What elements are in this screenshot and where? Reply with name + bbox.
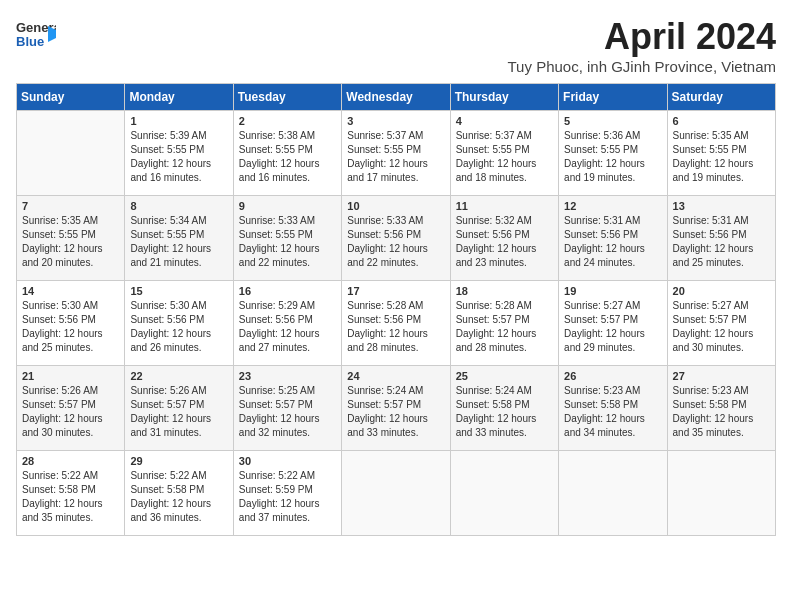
title-area: April 2024 Tuy Phuoc, inh GJinh Province… — [508, 16, 776, 75]
calendar-cell: 6Sunrise: 5:35 AMSunset: 5:55 PMDaylight… — [667, 111, 775, 196]
day-number: 11 — [456, 200, 553, 212]
cell-info: Sunrise: 5:29 AMSunset: 5:56 PMDaylight:… — [239, 299, 336, 355]
day-number: 10 — [347, 200, 444, 212]
month-title: April 2024 — [508, 16, 776, 58]
calendar-cell: 27Sunrise: 5:23 AMSunset: 5:58 PMDayligh… — [667, 366, 775, 451]
cell-info: Sunrise: 5:38 AMSunset: 5:55 PMDaylight:… — [239, 129, 336, 185]
day-header-sunday: Sunday — [17, 84, 125, 111]
cell-info: Sunrise: 5:22 AMSunset: 5:58 PMDaylight:… — [22, 469, 119, 525]
calendar-cell: 2Sunrise: 5:38 AMSunset: 5:55 PMDaylight… — [233, 111, 341, 196]
day-number: 24 — [347, 370, 444, 382]
calendar-cell: 26Sunrise: 5:23 AMSunset: 5:58 PMDayligh… — [559, 366, 667, 451]
day-header-tuesday: Tuesday — [233, 84, 341, 111]
day-number: 15 — [130, 285, 227, 297]
calendar-cell: 21Sunrise: 5:26 AMSunset: 5:57 PMDayligh… — [17, 366, 125, 451]
day-number: 28 — [22, 455, 119, 467]
calendar-cell — [450, 451, 558, 536]
calendar-cell: 13Sunrise: 5:31 AMSunset: 5:56 PMDayligh… — [667, 196, 775, 281]
calendar-cell — [17, 111, 125, 196]
cell-info: Sunrise: 5:26 AMSunset: 5:57 PMDaylight:… — [130, 384, 227, 440]
day-number: 4 — [456, 115, 553, 127]
svg-text:Blue: Blue — [16, 34, 44, 49]
calendar-cell: 3Sunrise: 5:37 AMSunset: 5:55 PMDaylight… — [342, 111, 450, 196]
day-number: 17 — [347, 285, 444, 297]
day-number: 13 — [673, 200, 770, 212]
calendar-cell: 30Sunrise: 5:22 AMSunset: 5:59 PMDayligh… — [233, 451, 341, 536]
calendar-cell: 18Sunrise: 5:28 AMSunset: 5:57 PMDayligh… — [450, 281, 558, 366]
cell-info: Sunrise: 5:26 AMSunset: 5:57 PMDaylight:… — [22, 384, 119, 440]
day-header-thursday: Thursday — [450, 84, 558, 111]
calendar-cell: 16Sunrise: 5:29 AMSunset: 5:56 PMDayligh… — [233, 281, 341, 366]
day-number: 8 — [130, 200, 227, 212]
cell-info: Sunrise: 5:33 AMSunset: 5:56 PMDaylight:… — [347, 214, 444, 270]
day-number: 27 — [673, 370, 770, 382]
page-header: General Blue April 2024 Tuy Phuoc, inh G… — [16, 16, 776, 75]
calendar-cell: 19Sunrise: 5:27 AMSunset: 5:57 PMDayligh… — [559, 281, 667, 366]
day-number: 16 — [239, 285, 336, 297]
calendar-cell: 15Sunrise: 5:30 AMSunset: 5:56 PMDayligh… — [125, 281, 233, 366]
cell-info: Sunrise: 5:31 AMSunset: 5:56 PMDaylight:… — [673, 214, 770, 270]
cell-info: Sunrise: 5:24 AMSunset: 5:57 PMDaylight:… — [347, 384, 444, 440]
day-header-monday: Monday — [125, 84, 233, 111]
cell-info: Sunrise: 5:31 AMSunset: 5:56 PMDaylight:… — [564, 214, 661, 270]
day-number: 14 — [22, 285, 119, 297]
cell-info: Sunrise: 5:39 AMSunset: 5:55 PMDaylight:… — [130, 129, 227, 185]
calendar-cell: 1Sunrise: 5:39 AMSunset: 5:55 PMDaylight… — [125, 111, 233, 196]
day-number: 23 — [239, 370, 336, 382]
calendar-cell: 28Sunrise: 5:22 AMSunset: 5:58 PMDayligh… — [17, 451, 125, 536]
day-number: 5 — [564, 115, 661, 127]
day-number: 2 — [239, 115, 336, 127]
day-number: 18 — [456, 285, 553, 297]
cell-info: Sunrise: 5:23 AMSunset: 5:58 PMDaylight:… — [564, 384, 661, 440]
cell-info: Sunrise: 5:22 AMSunset: 5:59 PMDaylight:… — [239, 469, 336, 525]
calendar-cell: 17Sunrise: 5:28 AMSunset: 5:56 PMDayligh… — [342, 281, 450, 366]
cell-info: Sunrise: 5:30 AMSunset: 5:56 PMDaylight:… — [22, 299, 119, 355]
day-header-wednesday: Wednesday — [342, 84, 450, 111]
calendar-cell: 9Sunrise: 5:33 AMSunset: 5:55 PMDaylight… — [233, 196, 341, 281]
calendar-cell — [342, 451, 450, 536]
calendar-cell: 25Sunrise: 5:24 AMSunset: 5:58 PMDayligh… — [450, 366, 558, 451]
cell-info: Sunrise: 5:28 AMSunset: 5:57 PMDaylight:… — [456, 299, 553, 355]
day-number: 7 — [22, 200, 119, 212]
day-number: 30 — [239, 455, 336, 467]
calendar-table: SundayMondayTuesdayWednesdayThursdayFrid… — [16, 83, 776, 536]
cell-info: Sunrise: 5:34 AMSunset: 5:55 PMDaylight:… — [130, 214, 227, 270]
calendar-cell: 4Sunrise: 5:37 AMSunset: 5:55 PMDaylight… — [450, 111, 558, 196]
day-number: 26 — [564, 370, 661, 382]
day-number: 29 — [130, 455, 227, 467]
cell-info: Sunrise: 5:24 AMSunset: 5:58 PMDaylight:… — [456, 384, 553, 440]
calendar-cell: 29Sunrise: 5:22 AMSunset: 5:58 PMDayligh… — [125, 451, 233, 536]
cell-info: Sunrise: 5:30 AMSunset: 5:56 PMDaylight:… — [130, 299, 227, 355]
cell-info: Sunrise: 5:37 AMSunset: 5:55 PMDaylight:… — [456, 129, 553, 185]
cell-info: Sunrise: 5:33 AMSunset: 5:55 PMDaylight:… — [239, 214, 336, 270]
day-header-friday: Friday — [559, 84, 667, 111]
calendar-cell: 22Sunrise: 5:26 AMSunset: 5:57 PMDayligh… — [125, 366, 233, 451]
calendar-cell: 23Sunrise: 5:25 AMSunset: 5:57 PMDayligh… — [233, 366, 341, 451]
subtitle: Tuy Phuoc, inh GJinh Province, Vietnam — [508, 58, 776, 75]
day-header-saturday: Saturday — [667, 84, 775, 111]
calendar-cell: 14Sunrise: 5:30 AMSunset: 5:56 PMDayligh… — [17, 281, 125, 366]
logo-icon: General Blue — [16, 16, 56, 56]
calendar-cell: 20Sunrise: 5:27 AMSunset: 5:57 PMDayligh… — [667, 281, 775, 366]
calendar-cell: 12Sunrise: 5:31 AMSunset: 5:56 PMDayligh… — [559, 196, 667, 281]
day-number: 20 — [673, 285, 770, 297]
cell-info: Sunrise: 5:37 AMSunset: 5:55 PMDaylight:… — [347, 129, 444, 185]
calendar-cell: 24Sunrise: 5:24 AMSunset: 5:57 PMDayligh… — [342, 366, 450, 451]
calendar-cell — [559, 451, 667, 536]
cell-info: Sunrise: 5:27 AMSunset: 5:57 PMDaylight:… — [673, 299, 770, 355]
cell-info: Sunrise: 5:36 AMSunset: 5:55 PMDaylight:… — [564, 129, 661, 185]
day-number: 19 — [564, 285, 661, 297]
day-number: 21 — [22, 370, 119, 382]
day-number: 22 — [130, 370, 227, 382]
day-number: 1 — [130, 115, 227, 127]
calendar-cell — [667, 451, 775, 536]
calendar-cell: 11Sunrise: 5:32 AMSunset: 5:56 PMDayligh… — [450, 196, 558, 281]
calendar-cell: 7Sunrise: 5:35 AMSunset: 5:55 PMDaylight… — [17, 196, 125, 281]
calendar-cell: 5Sunrise: 5:36 AMSunset: 5:55 PMDaylight… — [559, 111, 667, 196]
day-number: 9 — [239, 200, 336, 212]
logo: General Blue — [16, 16, 56, 56]
cell-info: Sunrise: 5:32 AMSunset: 5:56 PMDaylight:… — [456, 214, 553, 270]
calendar-cell: 10Sunrise: 5:33 AMSunset: 5:56 PMDayligh… — [342, 196, 450, 281]
calendar-cell: 8Sunrise: 5:34 AMSunset: 5:55 PMDaylight… — [125, 196, 233, 281]
cell-info: Sunrise: 5:28 AMSunset: 5:56 PMDaylight:… — [347, 299, 444, 355]
